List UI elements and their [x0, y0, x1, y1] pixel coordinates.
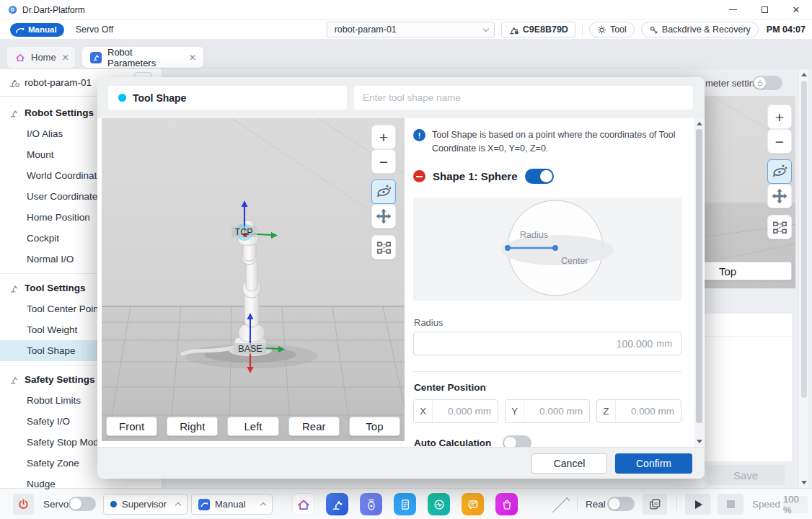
- view-right-button[interactable]: Right: [167, 417, 218, 436]
- app-robot-params-icon[interactable]: [326, 493, 348, 515]
- shape-settings-panel: ! Tool Shape is based on a point where t…: [413, 118, 690, 447]
- scroll-down-icon[interactable]: [801, 481, 807, 484]
- center-x-input[interactable]: X 0.000 mm: [413, 399, 498, 423]
- auto-calculation-label: Auto Calculation: [414, 438, 491, 447]
- zoom-in-button[interactable]: +: [371, 125, 396, 149]
- gear-icon: [597, 25, 606, 35]
- scroll-down-icon[interactable]: [697, 440, 702, 443]
- tab-close-icon[interactable]: ✕: [62, 53, 69, 63]
- toolbar-divider: [582, 24, 583, 35]
- stop-icon: [727, 500, 735, 508]
- real-label: Real: [586, 494, 606, 515]
- radius-input[interactable]: 100.000 mm: [413, 332, 681, 355]
- dialog-footer: Cancel Confirm: [97, 447, 705, 479]
- view-rear-button[interactable]: Rear: [288, 417, 340, 436]
- play-icon: [695, 500, 702, 509]
- auto-calculation-toggle[interactable]: [503, 435, 531, 447]
- app-task-editor-icon[interactable]: [394, 493, 416, 515]
- app-jog-icon[interactable]: [360, 493, 382, 515]
- home-icon: [15, 53, 25, 63]
- zoom-out-button[interactable]: −: [371, 149, 396, 174]
- zoom-out-button[interactable]: −: [767, 129, 792, 154]
- minimize-button[interactable]: [717, 0, 749, 19]
- clock-text: PM 04:07: [767, 25, 806, 35]
- measure-icon: [376, 240, 392, 255]
- app-store-icon[interactable]: [495, 493, 518, 515]
- scroll-up-icon[interactable]: [697, 122, 702, 125]
- orbit-rotate-button[interactable]: [371, 179, 396, 204]
- zoom-in-button[interactable]: +: [767, 105, 792, 129]
- robot-3d-viewer[interactable]: TCP BASE + −: [102, 118, 405, 441]
- measure-button[interactable]: [767, 215, 792, 239]
- tool-shape-name-input[interactable]: [354, 86, 693, 110]
- dialog-scrollbar[interactable]: [694, 118, 704, 447]
- window-title: Dr.Dart-Platform: [22, 5, 85, 15]
- window-titlebar: Dr.Dart-Platform ✕: [0, 0, 812, 20]
- stop-button[interactable]: [718, 494, 743, 515]
- info-icon: !: [413, 129, 425, 141]
- radius-field-label: Radius: [414, 317, 443, 328]
- tab-home[interactable]: Home ✕: [7, 47, 75, 68]
- servo-status-text: Servo Off: [76, 25, 114, 35]
- scroll-thumb[interactable]: [801, 81, 807, 398]
- servo-toggle[interactable]: [69, 497, 96, 511]
- close-icon: ✕: [793, 4, 800, 15]
- center-position-fields: X 0.000 mm Y 0.000 mm Z 0.000 mm: [413, 399, 681, 423]
- pan-button[interactable]: [371, 204, 396, 229]
- robot-serial-button[interactable]: C9E8B79D: [501, 22, 575, 37]
- view-left-button[interactable]: Left: [227, 417, 278, 436]
- remove-shape-icon[interactable]: [413, 170, 425, 182]
- dialog-viewer-toolbar: + −: [371, 125, 396, 260]
- view-front-button[interactable]: Front: [106, 417, 157, 436]
- svg-text:3D: 3D: [653, 501, 658, 505]
- operation-mode-badge[interactable]: Manual: [10, 23, 64, 37]
- robot-3d-scene: TCP BASE: [102, 118, 405, 441]
- pan-button[interactable]: [767, 184, 792, 208]
- diagram-center-label: Center: [561, 256, 588, 266]
- play-button[interactable]: [685, 494, 711, 515]
- center-position-label: Center Position: [414, 382, 486, 393]
- page-switch-button[interactable]: 3D: [643, 494, 667, 515]
- main-scrollbar[interactable]: [798, 69, 808, 488]
- view-top-button[interactable]: Top: [349, 417, 400, 436]
- save-button[interactable]: Save: [707, 465, 785, 485]
- dock-expand-icon[interactable]: [552, 497, 570, 515]
- bottombar-divider: [577, 497, 578, 511]
- chevron-down-icon: [482, 26, 488, 32]
- power-icon: [18, 499, 29, 510]
- app-log-icon[interactable]: [462, 493, 484, 515]
- pan-icon: [772, 188, 787, 204]
- tool-button[interactable]: Tool: [589, 22, 635, 37]
- real-toggle[interactable]: [607, 497, 635, 511]
- mode-dropdown[interactable]: Manual: [191, 494, 273, 515]
- confirm-button[interactable]: Confirm: [615, 453, 692, 474]
- robot-param-dropdown[interactable]: robot-param-01: [327, 22, 495, 37]
- backdrive-recovery-button[interactable]: Backdrive & Recovery: [641, 22, 759, 37]
- robot-parameters-icon: [90, 52, 102, 63]
- center-z-input[interactable]: Z 0.000 mm: [596, 399, 681, 423]
- tab-robot-parameters[interactable]: Robot Parameters ✕: [82, 47, 203, 68]
- orbit-rotate-button[interactable]: [767, 159, 792, 184]
- speed-label: Speed: [752, 494, 780, 515]
- chevron-up-icon: [260, 502, 266, 508]
- manual-mode-icon: [198, 499, 210, 510]
- minimize-icon: [729, 9, 737, 10]
- maximize-button[interactable]: [749, 0, 780, 19]
- shape-enabled-toggle[interactable]: [525, 169, 554, 184]
- background-viewer-toolbar: + −: [767, 105, 792, 239]
- parameter-lock-toggle[interactable]: [753, 76, 782, 90]
- center-y-input[interactable]: Y 0.000 mm: [505, 399, 590, 423]
- scroll-thumb[interactable]: [696, 129, 702, 423]
- unlock-icon: [754, 77, 766, 89]
- backdrive-icon: [649, 25, 658, 35]
- scroll-up-icon[interactable]: [801, 73, 807, 76]
- close-button[interactable]: ✕: [780, 0, 812, 19]
- measure-button[interactable]: [371, 235, 396, 260]
- app-home-icon[interactable]: [292, 493, 314, 515]
- cancel-button[interactable]: Cancel: [531, 453, 607, 474]
- power-button[interactable]: [13, 494, 34, 515]
- app-monitoring-icon[interactable]: [428, 493, 450, 515]
- dialog-body: TCP BASE + −: [97, 118, 705, 447]
- tab-close-icon[interactable]: ✕: [189, 53, 196, 63]
- role-dropdown[interactable]: Supervisor: [103, 494, 187, 515]
